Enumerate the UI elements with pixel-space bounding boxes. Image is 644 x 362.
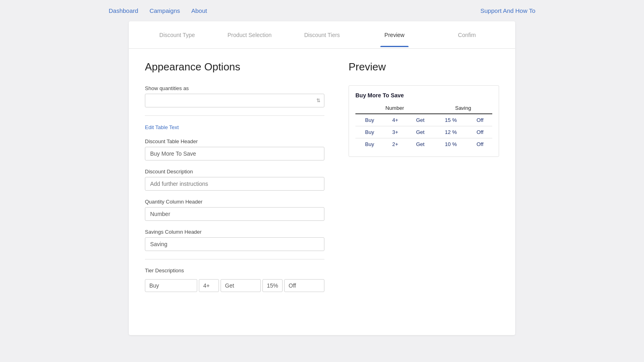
top-navigation: Dashboard Campaigns About Support And Ho… [0, 0, 644, 21]
show-quantities-group: Show quantities as ⇅ [145, 85, 324, 107]
savings-column-input[interactable] [145, 237, 324, 251]
preview-table: Number Saving Buy4+Get15 %OffBuy3+Get12 … [355, 103, 492, 150]
step-preview[interactable]: Preview [358, 23, 431, 47]
show-quantities-select-wrapper: ⇅ [145, 94, 324, 107]
divider-2 [145, 259, 324, 259]
tier-off-input[interactable] [284, 279, 324, 292]
tier-get-input[interactable] [221, 279, 261, 292]
quantity-column-label: Quantity Column Header [145, 199, 324, 205]
discount-description-input[interactable] [145, 177, 324, 191]
appearance-title: Appearance Options [145, 61, 324, 73]
nav-links-right: Support And How To [481, 7, 535, 14]
savings-column-label: Savings Column Header [145, 229, 324, 235]
show-quantities-label: Show quantities as [145, 85, 324, 91]
nav-support[interactable]: Support And How To [481, 7, 535, 14]
step-product-selection[interactable]: Product Selection [213, 23, 286, 47]
step-confirm[interactable]: Confim [431, 23, 503, 47]
nav-links-left: Dashboard Campaigns About [109, 7, 207, 14]
preview-table-row: Buy2+Get10 %Off [355, 138, 492, 150]
preview-title: Preview [349, 61, 499, 73]
preview-col-qty-header: Number [355, 103, 434, 114]
steps-bar: Discount Type Product Selection Discount… [129, 21, 515, 49]
step-discount-tiers[interactable]: Discount Tiers [286, 23, 358, 47]
preview-table-header: Buy More To Save [355, 92, 492, 99]
discount-table-header-input[interactable] [145, 147, 324, 160]
tier-descriptions-group: Tier Descriptions [145, 267, 324, 292]
discount-description-group: Discount Description [145, 169, 324, 191]
tier-descriptions-label: Tier Descriptions [145, 267, 324, 274]
discount-description-label: Discount Description [145, 169, 324, 175]
nav-about[interactable]: About [191, 7, 207, 14]
tier-buy-input[interactable] [145, 279, 197, 292]
card-body: Appearance Options Show quantities as ⇅ … [129, 49, 515, 312]
discount-table-header-group: Discount Table Header [145, 138, 324, 160]
tier-qty-input[interactable] [199, 279, 219, 292]
left-panel: Appearance Options Show quantities as ⇅ … [145, 61, 324, 300]
right-panel: Preview Buy More To Save Number Saving B… [349, 61, 499, 300]
preview-table-row: Buy3+Get12 %Off [355, 126, 492, 138]
preview-table-wrapper: Buy More To Save Number Saving Buy4+Get1… [349, 85, 499, 157]
step-discount-type[interactable]: Discount Type [141, 23, 213, 47]
tier-row-1 [145, 279, 324, 292]
divider-1 [145, 115, 324, 116]
quantity-column-input[interactable] [145, 207, 324, 221]
discount-table-header-label: Discount Table Header [145, 138, 324, 144]
savings-column-group: Savings Column Header [145, 229, 324, 251]
tier-pct-input[interactable] [262, 279, 283, 292]
preview-col-saving-header: Saving [434, 103, 492, 114]
nav-dashboard[interactable]: Dashboard [109, 7, 138, 14]
show-quantities-select[interactable] [145, 94, 324, 107]
quantity-column-group: Quantity Column Header [145, 199, 324, 221]
edit-table-text-link[interactable]: Edit Table Text [145, 124, 179, 130]
preview-table-row: Buy4+Get15 %Off [355, 114, 492, 126]
main-card: Discount Type Product Selection Discount… [129, 21, 515, 335]
nav-campaigns[interactable]: Campaigns [149, 7, 180, 14]
